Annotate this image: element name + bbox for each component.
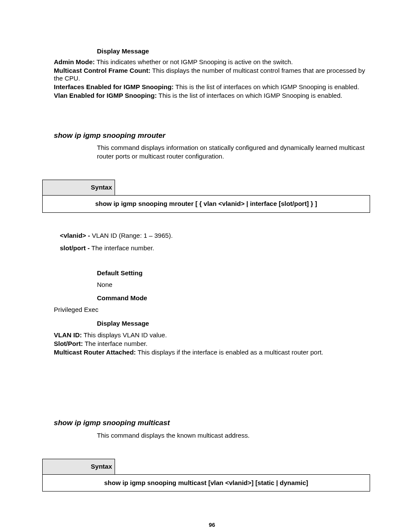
mcast-router-attached-bold: Multicast Router Attached: [54,348,136,356]
vlanid-param: <vlanid> - VLAN ID (Range: 1 – 3965). [60,232,370,240]
syntax-label: Syntax [43,180,115,196]
admin-mode-text: This indicates whether or not IGMP Snoop… [95,58,293,65]
mrouter-desc: This command displays information on sta… [97,143,366,161]
syntax-empty-cell [115,180,370,196]
multicast-desc: This command displays the known multicas… [97,431,366,440]
syntax-box-mrouter: Syntax show ip igmp snooping mrouter [ {… [42,180,370,213]
vlan-id-bold: VLAN ID: [54,331,82,339]
admin-mode-bold: Admin Mode: [54,58,95,65]
display-message-heading-2: Display Message [97,320,370,328]
section-heading-mrouter: show ip igmp snooping mrouter [54,131,370,140]
default-setting-value: None [97,281,370,289]
vlan-id-line: VLAN ID: This displays VLAN ID value. [54,331,370,339]
vlanid-bold: <vlanid> - [60,232,90,239]
slotport-bold: slot/port - [60,244,90,252]
vlan-enabled-line: Vlan Enabled for IGMP Snooping: This is … [54,92,370,100]
vlan-id-text: This displays VLAN ID value. [82,331,167,339]
syntax-empty-cell-2 [115,459,370,474]
page-number: 96 [54,522,370,529]
interfaces-enabled-line: Interfaces Enabled for IGMP Snooping: Th… [54,83,370,91]
mcast-control-bold: Multicast Control Frame Count: [54,67,150,74]
interfaces-enabled-text: This is the list of interfaces on which … [174,83,359,90]
default-setting-heading: Default Setting [97,269,370,277]
mcast-control-line: Multicast Control Frame Count: This disp… [54,67,370,83]
vlan-enabled-text: This is the list of interfaces on which … [157,92,342,99]
command-mode-value: Privileged Exec [54,306,370,314]
admin-mode-line: Admin Mode: This indicates whether or no… [54,58,370,66]
slotport-param: slot/port - The interface number. [60,244,370,252]
slot-port-bold: Slot/Port: [54,340,83,347]
syntax-label-2: Syntax [43,459,115,474]
mcast-router-attached-line: Multicast Router Attached: This displays… [54,348,370,357]
mcast-router-attached-text: This displays if the interface is enable… [136,348,323,356]
command-mode-heading: Command Mode [97,294,370,302]
syntax-command-mrouter: show ip igmp snooping mrouter [ { vlan <… [43,196,370,213]
interfaces-enabled-bold: Interfaces Enabled for IGMP Snooping: [54,83,174,90]
slot-port-line: Slot/Port: The interface number. [54,340,370,348]
vlan-enabled-bold: Vlan Enabled for IGMP Snooping: [54,92,157,99]
slotport-text: The interface number. [90,244,154,252]
syntax-box-multicast: Syntax show ip igmp snooping multicast [… [42,459,370,492]
vlanid-text: VLAN ID (Range: 1 – 3965). [90,232,173,239]
section-heading-multicast: show ip igmp snooping multicast [54,418,370,427]
slot-port-text: The interface number. [83,340,148,347]
syntax-command-multicast: show ip igmp snooping multicast [vlan <v… [43,474,370,492]
display-message-heading: Display Message [97,47,370,56]
